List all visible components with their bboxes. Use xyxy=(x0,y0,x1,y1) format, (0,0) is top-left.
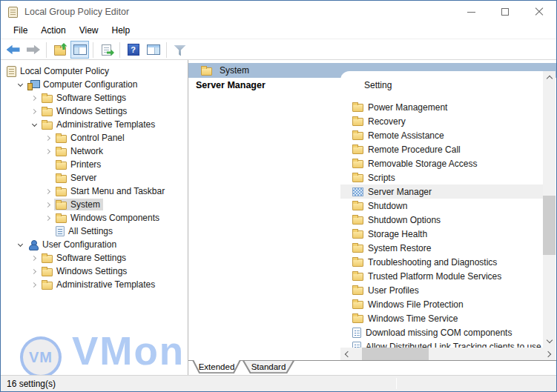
scroll-right-button[interactable] xyxy=(543,348,556,360)
tree-item-windows-components[interactable]: Windows Components xyxy=(1,211,188,225)
tree-item-administrative-templates[interactable]: Administrative Templates xyxy=(1,278,188,291)
back-icon xyxy=(7,44,20,56)
menu-item-action[interactable]: Action xyxy=(34,23,72,39)
menu-item-view[interactable]: View xyxy=(73,23,105,39)
expander-collapsed-icon[interactable] xyxy=(28,265,40,277)
expander-collapsed-icon[interactable] xyxy=(28,279,40,290)
show-action-pane-button[interactable] xyxy=(144,41,162,59)
status-bar: 16 setting(s) xyxy=(1,375,556,391)
setting-row-allow-distributed-link-tracking-clients-to-use[interactable]: Allow Distributed Link Tracking clients … xyxy=(340,339,543,348)
tree-item-start-menu-and-taskbar[interactable]: Start Menu and Taskbar xyxy=(1,185,188,198)
horizontal-scroll-thumb[interactable] xyxy=(362,348,429,360)
tree-item-label: Local Computer Policy xyxy=(20,66,109,76)
setting-label: Trusted Platform Module Services xyxy=(368,271,501,282)
tree-item-software-settings[interactable]: Software Settings xyxy=(1,251,188,265)
setting-row-troubleshooting-and-diagnostics[interactable]: Troubleshooting and Diagnostics xyxy=(340,255,543,269)
local-group-policy-editor-window: Local Group Policy Editor FileActionView… xyxy=(0,0,557,392)
vertical-scroll-thumb[interactable] xyxy=(543,196,556,255)
tree-item-label: Software Settings xyxy=(56,253,126,263)
tree-item-server[interactable]: Server xyxy=(1,171,188,185)
expander-collapsed-icon[interactable] xyxy=(28,92,40,104)
tree-item-computer-configuration[interactable]: Computer Configuration xyxy=(1,78,188,91)
scroll-down-button[interactable] xyxy=(543,335,556,348)
tree-item-network[interactable]: Network xyxy=(1,144,188,158)
setting-row-scripts[interactable]: Scripts xyxy=(340,170,543,185)
expander-collapsed-icon[interactable] xyxy=(28,252,40,264)
setting-label: Windows File Protection xyxy=(368,299,464,310)
forward-button[interactable] xyxy=(24,41,42,59)
export-list-button[interactable] xyxy=(97,41,116,59)
menu-item-help[interactable]: Help xyxy=(105,23,137,39)
setting-row-shutdown-options[interactable]: Shutdown Options xyxy=(340,213,543,227)
menu-bar: FileActionViewHelp xyxy=(1,23,556,39)
setting-row-system-restore[interactable]: System Restore xyxy=(340,241,543,255)
expander-expanded-icon[interactable] xyxy=(14,239,26,250)
expander-collapsed-icon[interactable] xyxy=(42,132,54,144)
tab-standard[interactable]: Standard xyxy=(243,361,294,373)
setting-row-download-missing-com-components[interactable]: Download missing COM components xyxy=(340,325,543,339)
tree-item-control-panel[interactable]: Control Panel xyxy=(1,131,188,144)
title-bar[interactable]: Local Group Policy Editor xyxy=(1,1,556,23)
tree-item-label: Windows Settings xyxy=(56,266,127,276)
tree-item-core: Local Computer Policy xyxy=(5,65,112,78)
setting-label: Shutdown xyxy=(368,201,407,211)
tab-extended[interactable]: Extended xyxy=(192,360,241,373)
tree-item-software-settings[interactable]: Software Settings xyxy=(1,91,188,104)
expander-expanded-icon[interactable] xyxy=(28,119,40,130)
setting-row-remote-procedure-call[interactable]: Remote Procedure Call xyxy=(340,142,543,156)
tree-item-label: Administrative Templates xyxy=(56,119,155,130)
tree-item-label: Printers xyxy=(70,159,101,170)
vertical-scrollbar[interactable] xyxy=(543,71,556,348)
tree-item-windows-settings[interactable]: Windows Settings xyxy=(1,265,188,278)
minimize-button[interactable] xyxy=(454,1,488,23)
setting-row-windows-time-service[interactable]: Windows Time Service xyxy=(340,311,543,325)
tree-item-local-computer-policy[interactable]: Local Computer Policy xyxy=(1,64,188,78)
expander-collapsed-icon[interactable] xyxy=(42,199,54,210)
setting-row-recovery[interactable]: Recovery xyxy=(340,114,543,128)
expander-expanded-icon[interactable] xyxy=(14,79,26,90)
tab-label: Standard xyxy=(251,362,286,371)
tab-inner: Standard xyxy=(243,361,294,373)
back-button[interactable] xyxy=(4,41,22,59)
folder-icon xyxy=(56,202,67,210)
folder-icon xyxy=(352,118,363,126)
setting-label: System Restore xyxy=(368,243,431,253)
setting-row-server-manager[interactable]: Server Manager xyxy=(340,185,543,199)
up-one-level-button[interactable] xyxy=(50,41,69,59)
tree-item-administrative-templates[interactable]: Administrative Templates xyxy=(1,118,188,131)
tree-item-all-settings[interactable]: All Settings xyxy=(1,225,188,238)
setting-row-user-profiles[interactable]: User Profiles xyxy=(340,283,543,297)
tree-item-system[interactable]: System xyxy=(1,198,188,211)
tree-item-label: Computer Configuration xyxy=(43,79,137,90)
close-button[interactable] xyxy=(522,1,556,23)
setting-row-windows-file-protection[interactable]: Windows File Protection xyxy=(340,297,543,311)
scroll-up-button[interactable] xyxy=(543,71,556,84)
setting-row-removable-storage-access[interactable]: Removable Storage Access xyxy=(340,156,543,170)
setting-row-storage-health[interactable]: Storage Health xyxy=(340,227,543,241)
tree-item-windows-settings[interactable]: Windows Settings xyxy=(1,104,188,118)
expander-collapsed-icon[interactable] xyxy=(42,212,54,224)
filter-button[interactable] xyxy=(171,41,189,59)
expander-collapsed-icon[interactable] xyxy=(42,185,54,197)
setting-row-trusted-platform-module-services[interactable]: Trusted Platform Module Services xyxy=(340,269,543,283)
folder-icon xyxy=(42,108,53,116)
help-button[interactable] xyxy=(124,41,142,59)
window-controls xyxy=(454,1,556,23)
tree-item-printers[interactable]: Printers xyxy=(1,158,188,171)
show-console-tree-button[interactable] xyxy=(70,41,89,59)
settings-list-panel: Setting Power ManagementRecoveryRemote A… xyxy=(340,71,556,360)
scroll-left-button[interactable] xyxy=(340,348,353,360)
setting-row-remote-assistance[interactable]: Remote Assistance xyxy=(340,128,543,142)
menu-item-file[interactable]: File xyxy=(7,23,34,39)
tree-item-user-configuration[interactable]: User Configuration xyxy=(1,238,188,251)
folder-icon xyxy=(56,135,67,143)
setting-column-header[interactable]: Setting xyxy=(364,80,392,90)
expander-collapsed-icon[interactable] xyxy=(42,145,54,157)
setting-row-power-management[interactable]: Power Management xyxy=(340,100,543,114)
horizontal-scrollbar[interactable] xyxy=(340,348,556,360)
folder-icon xyxy=(352,273,363,281)
setting-row-shutdown[interactable]: Shutdown xyxy=(340,199,543,213)
maximize-button[interactable] xyxy=(488,1,522,23)
expander-collapsed-icon[interactable] xyxy=(28,105,40,117)
setting-label: Windows Time Service xyxy=(368,313,458,324)
